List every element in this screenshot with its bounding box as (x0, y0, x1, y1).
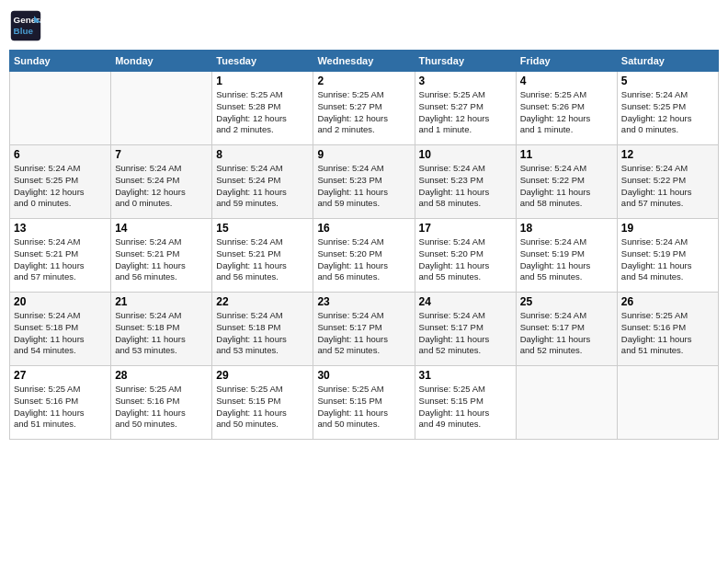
calendar-cell: 9Sunrise: 5:24 AMSunset: 5:23 PMDaylight… (313, 145, 415, 219)
svg-text:Blue: Blue (14, 26, 34, 36)
calendar-cell: 19Sunrise: 5:24 AMSunset: 5:19 PMDayligh… (617, 219, 718, 293)
calendar-cell (617, 366, 718, 440)
header-day-wednesday: Wednesday (313, 51, 415, 72)
day-number: 31 (419, 369, 512, 382)
calendar-cell: 8Sunrise: 5:24 AMSunset: 5:24 PMDaylight… (212, 145, 313, 219)
day-number: 19 (621, 222, 714, 235)
day-detail: Sunrise: 5:24 AMSunset: 5:17 PMDaylight:… (520, 310, 613, 357)
day-detail: Sunrise: 5:24 AMSunset: 5:18 PMDaylight:… (115, 310, 208, 357)
day-number: 30 (317, 369, 410, 382)
day-number: 29 (216, 369, 309, 382)
day-detail: Sunrise: 5:24 AMSunset: 5:18 PMDaylight:… (216, 310, 309, 357)
calendar-cell (111, 72, 212, 145)
day-number: 27 (14, 369, 107, 382)
calendar-cell (516, 366, 617, 440)
day-number: 8 (216, 148, 309, 161)
header-day-tuesday: Tuesday (212, 51, 313, 72)
day-detail: Sunrise: 5:24 AMSunset: 5:17 PMDaylight:… (317, 310, 410, 357)
day-number: 25 (520, 295, 613, 308)
day-number: 14 (115, 222, 208, 235)
day-number: 23 (317, 295, 410, 308)
calendar-cell: 16Sunrise: 5:24 AMSunset: 5:20 PMDayligh… (313, 219, 415, 293)
calendar-table: SundayMondayTuesdayWednesdayThursdayFrid… (9, 50, 719, 440)
day-number: 26 (621, 295, 714, 308)
calendar-cell: 1Sunrise: 5:25 AMSunset: 5:28 PMDaylight… (212, 72, 313, 145)
calendar-cell: 11Sunrise: 5:24 AMSunset: 5:22 PMDayligh… (516, 145, 617, 219)
day-detail: Sunrise: 5:25 AMSunset: 5:16 PMDaylight:… (115, 384, 208, 431)
day-detail: Sunrise: 5:25 AMSunset: 5:15 PMDaylight:… (317, 384, 410, 431)
day-number: 4 (520, 75, 613, 87)
day-detail: Sunrise: 5:24 AMSunset: 5:25 PMDaylight:… (621, 89, 714, 136)
day-detail: Sunrise: 5:25 AMSunset: 5:16 PMDaylight:… (14, 384, 107, 431)
day-detail: Sunrise: 5:24 AMSunset: 5:24 PMDaylight:… (115, 163, 208, 210)
logo: General Blue (9, 9, 46, 42)
calendar-cell: 22Sunrise: 5:24 AMSunset: 5:18 PMDayligh… (212, 293, 313, 366)
day-detail: Sunrise: 5:24 AMSunset: 5:22 PMDaylight:… (621, 163, 714, 210)
calendar-cell: 3Sunrise: 5:25 AMSunset: 5:27 PMDaylight… (415, 72, 516, 145)
calendar-cell: 7Sunrise: 5:24 AMSunset: 5:24 PMDaylight… (111, 145, 212, 219)
day-number: 5 (621, 75, 714, 87)
day-number: 6 (14, 148, 107, 161)
calendar-cell: 5Sunrise: 5:24 AMSunset: 5:25 PMDaylight… (617, 72, 718, 145)
day-number: 12 (621, 148, 714, 161)
day-detail: Sunrise: 5:24 AMSunset: 5:18 PMDaylight:… (14, 310, 107, 357)
calendar-cell: 2Sunrise: 5:25 AMSunset: 5:27 PMDaylight… (313, 72, 415, 145)
day-detail: Sunrise: 5:25 AMSunset: 5:28 PMDaylight:… (216, 89, 309, 136)
day-number: 28 (115, 369, 208, 382)
day-detail: Sunrise: 5:24 AMSunset: 5:25 PMDaylight:… (14, 163, 107, 210)
day-number: 10 (419, 148, 512, 161)
day-detail: Sunrise: 5:24 AMSunset: 5:20 PMDaylight:… (317, 236, 410, 283)
day-detail: Sunrise: 5:25 AMSunset: 5:26 PMDaylight:… (520, 89, 613, 136)
calendar-cell: 31Sunrise: 5:25 AMSunset: 5:15 PMDayligh… (415, 366, 516, 440)
calendar-week-3: 13Sunrise: 5:24 AMSunset: 5:21 PMDayligh… (10, 219, 719, 293)
day-number: 21 (115, 295, 208, 308)
day-detail: Sunrise: 5:24 AMSunset: 5:21 PMDaylight:… (14, 236, 107, 283)
calendar-week-2: 6Sunrise: 5:24 AMSunset: 5:25 PMDaylight… (10, 145, 719, 219)
calendar-cell: 26Sunrise: 5:25 AMSunset: 5:16 PMDayligh… (617, 293, 718, 366)
day-detail: Sunrise: 5:25 AMSunset: 5:15 PMDaylight:… (419, 384, 512, 431)
day-detail: Sunrise: 5:24 AMSunset: 5:21 PMDaylight:… (216, 236, 309, 283)
calendar-cell: 23Sunrise: 5:24 AMSunset: 5:17 PMDayligh… (313, 293, 415, 366)
day-number: 16 (317, 222, 410, 235)
logo-icon: General Blue (9, 9, 42, 42)
calendar-cell: 24Sunrise: 5:24 AMSunset: 5:17 PMDayligh… (415, 293, 516, 366)
calendar-cell: 25Sunrise: 5:24 AMSunset: 5:17 PMDayligh… (516, 293, 617, 366)
day-detail: Sunrise: 5:24 AMSunset: 5:21 PMDaylight:… (115, 236, 208, 283)
day-number: 9 (317, 148, 410, 161)
calendar-week-4: 20Sunrise: 5:24 AMSunset: 5:18 PMDayligh… (10, 293, 719, 366)
calendar-cell: 29Sunrise: 5:25 AMSunset: 5:15 PMDayligh… (212, 366, 313, 440)
calendar-cell: 14Sunrise: 5:24 AMSunset: 5:21 PMDayligh… (111, 219, 212, 293)
day-detail: Sunrise: 5:24 AMSunset: 5:19 PMDaylight:… (621, 236, 714, 283)
header-day-thursday: Thursday (415, 51, 516, 72)
day-detail: Sunrise: 5:25 AMSunset: 5:27 PMDaylight:… (317, 89, 410, 136)
calendar-cell: 10Sunrise: 5:24 AMSunset: 5:23 PMDayligh… (415, 145, 516, 219)
calendar-cell: 27Sunrise: 5:25 AMSunset: 5:16 PMDayligh… (10, 366, 111, 440)
day-detail: Sunrise: 5:24 AMSunset: 5:20 PMDaylight:… (419, 236, 512, 283)
day-detail: Sunrise: 5:25 AMSunset: 5:16 PMDaylight:… (621, 310, 714, 357)
header-day-friday: Friday (516, 51, 617, 72)
day-detail: Sunrise: 5:25 AMSunset: 5:27 PMDaylight:… (419, 89, 512, 136)
calendar-week-5: 27Sunrise: 5:25 AMSunset: 5:16 PMDayligh… (10, 366, 719, 440)
day-number: 17 (419, 222, 512, 235)
day-number: 2 (317, 75, 410, 87)
day-number: 20 (14, 295, 107, 308)
calendar-cell: 21Sunrise: 5:24 AMSunset: 5:18 PMDayligh… (111, 293, 212, 366)
day-number: 11 (520, 148, 613, 161)
day-detail: Sunrise: 5:24 AMSunset: 5:24 PMDaylight:… (216, 163, 309, 210)
day-detail: Sunrise: 5:24 AMSunset: 5:23 PMDaylight:… (317, 163, 410, 210)
day-number: 13 (14, 222, 107, 235)
day-number: 22 (216, 295, 309, 308)
day-number: 18 (520, 222, 613, 235)
header-day-sunday: Sunday (10, 51, 111, 72)
day-detail: Sunrise: 5:24 AMSunset: 5:17 PMDaylight:… (419, 310, 512, 357)
calendar-week-1: 1Sunrise: 5:25 AMSunset: 5:28 PMDaylight… (10, 72, 719, 145)
calendar-cell: 6Sunrise: 5:24 AMSunset: 5:25 PMDaylight… (10, 145, 111, 219)
calendar-cell: 15Sunrise: 5:24 AMSunset: 5:21 PMDayligh… (212, 219, 313, 293)
calendar-cell: 30Sunrise: 5:25 AMSunset: 5:15 PMDayligh… (313, 366, 415, 440)
calendar-header: SundayMondayTuesdayWednesdayThursdayFrid… (10, 51, 719, 72)
header-row: SundayMondayTuesdayWednesdayThursdayFrid… (10, 51, 719, 72)
calendar-cell: 28Sunrise: 5:25 AMSunset: 5:16 PMDayligh… (111, 366, 212, 440)
calendar-cell: 20Sunrise: 5:24 AMSunset: 5:18 PMDayligh… (10, 293, 111, 366)
day-detail: Sunrise: 5:25 AMSunset: 5:15 PMDaylight:… (216, 384, 309, 431)
day-detail: Sunrise: 5:24 AMSunset: 5:22 PMDaylight:… (520, 163, 613, 210)
